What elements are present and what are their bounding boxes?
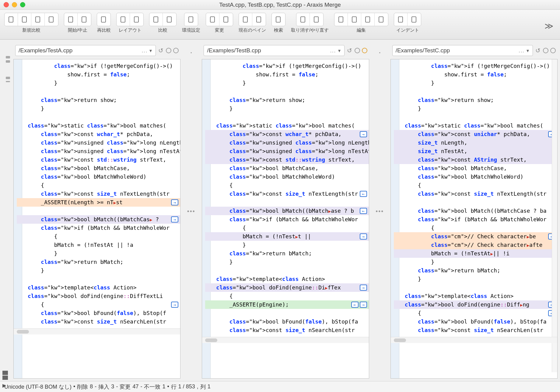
code-line[interactable]: class="kw">const size_t nTextLength(str [17, 190, 180, 198]
align-left-button[interactable] [334, 13, 348, 26]
merge-right-button[interactable]: → [171, 216, 178, 222]
minimize-window-button[interactable] [12, 2, 17, 7]
code-line[interactable]: class="kw">bool doFind(engine::Diff▶ng← [394, 300, 557, 309]
doc-layers-button[interactable] [45, 13, 58, 26]
code-line[interactable]: class="kw">const std::wstring strText, [205, 156, 369, 164]
zoom-window-button[interactable] [20, 2, 25, 7]
code-line[interactable]: class="kw">bool bMatchWholeWord) [394, 173, 557, 181]
file-path-a[interactable]: /Examples/TestA.cpp ... ▾ [15, 45, 156, 56]
merge-right-button[interactable]: → [171, 302, 178, 308]
code-line[interactable]: } [394, 104, 557, 113]
code-line[interactable]: class="kw">return bMatch; [394, 266, 557, 275]
code-line[interactable]: class="kw">const size_t nSearchLen(str [205, 326, 369, 334]
code-line[interactable]: class="kw">const wchar_t* pchData,→ [205, 130, 369, 138]
code-line[interactable]: class="kw">template<class Action> [17, 283, 180, 292]
align-center-button[interactable] [348, 13, 361, 26]
layout-h-button[interactable] [117, 13, 130, 26]
code-line[interactable]: { [17, 232, 180, 241]
prev-diff-button[interactable] [2, 371, 8, 375]
code-line[interactable] [394, 87, 557, 96]
code-line[interactable]: class="kw">return show; [394, 96, 557, 104]
code-line[interactable] [17, 275, 180, 283]
code-line[interactable]: { [205, 292, 369, 300]
code-line[interactable]: class="kw">bool bMatchCase, [17, 164, 180, 173]
code-line[interactable]: class="kw">bool bMatchWholeWord) [205, 173, 369, 181]
code-line[interactable]: {← [394, 309, 557, 317]
code-line[interactable]: class="kw">if (bMatch && bMatchWholeWor [394, 215, 557, 224]
align-block-button[interactable] [361, 13, 375, 26]
code-line[interactable]: class="kw">unsigned class="kw">long nTes… [17, 147, 180, 156]
editor-b[interactable]: class="kw">if (!getMergeConfig()->() sho… [202, 59, 369, 379]
code-line[interactable]: class="kw">const AString strText, [394, 156, 557, 164]
merge-right-button[interactable]: → [360, 131, 367, 137]
code-line[interactable]: class="kw">bool doFind(engine::Di▶fTex→ [205, 283, 369, 292]
code-line[interactable]: class="kw">unsigned class="kw">long nTes… [205, 147, 369, 156]
history-icon[interactable]: ↺ [347, 47, 352, 54]
code-line[interactable]: } [17, 79, 180, 87]
merge-left-button[interactable]: ← [360, 208, 367, 214]
merge-right-button[interactable]: → [360, 233, 367, 240]
path-menu-icon[interactable]: ... ▾ [142, 48, 153, 54]
code-line[interactable] [17, 207, 180, 215]
code-line[interactable]: class="kw">static class="kw">bool matche… [205, 121, 369, 130]
code-line[interactable]: class="kw">return bMatch; [17, 258, 180, 266]
editor-c[interactable]: class="kw">if (!getMergeConfig()->() sho… [390, 59, 558, 379]
code-line[interactable]: class="cm">// Check character▶afte [394, 241, 557, 249]
code-line[interactable]: } [205, 79, 369, 87]
code-line[interactable]: class="kw">unsigned class="kw">long nLen… [205, 138, 369, 147]
code-line[interactable] [17, 113, 180, 121]
code-line[interactable]: { [394, 181, 557, 190]
play-reload-button[interactable] [64, 13, 78, 26]
gear-dropdown-button[interactable] [184, 13, 198, 26]
code-line[interactable]: class="kw">template<class Action> [394, 292, 557, 300]
code-line[interactable] [17, 87, 180, 96]
code-line[interactable]: } [394, 258, 557, 266]
code-line[interactable]: class="kw">return show; [17, 96, 180, 104]
code-line[interactable]: } [205, 241, 369, 249]
code-line[interactable]: } [394, 79, 557, 87]
code-line[interactable]: class="kw">if (!getMergeConfig()->() [17, 62, 180, 70]
play-icon[interactable]: ▶ [2, 383, 6, 388]
code-line[interactable]: { [17, 181, 180, 190]
hscroll-thumb[interactable] [205, 338, 217, 342]
undo-button[interactable] [296, 13, 310, 26]
code-line[interactable] [205, 198, 369, 207]
path-menu-icon[interactable]: ... ▾ [330, 48, 341, 54]
code-line[interactable]: show.first = false; [394, 70, 557, 79]
code-line[interactable]: class="kw">if (!getMergeConfig()->() [394, 62, 557, 70]
layout-v-button[interactable] [130, 13, 143, 26]
doc-h-button[interactable] [18, 13, 31, 26]
code-line[interactable]: class="kw">if (bMatch && bMatchWholeWor [205, 215, 369, 224]
code-line[interactable] [205, 113, 369, 121]
code-line[interactable]: class="kw">return bMatch; [205, 249, 369, 258]
change-down-button[interactable] [219, 13, 233, 26]
code-line[interactable]: class="kw">if (bMatch && bMatchWholeWor [17, 224, 180, 232]
code-line[interactable]: bMatch = (!nTest▶t || → [205, 232, 369, 241]
hscroll-thumb[interactable] [394, 338, 406, 342]
change-up-button[interactable] [206, 13, 219, 26]
code-line[interactable]: } [17, 104, 180, 113]
outdent-button[interactable] [394, 13, 408, 26]
code-line[interactable]: } [205, 258, 369, 266]
code-line[interactable]: size_t nTestAt, [394, 147, 557, 156]
code-line[interactable] [394, 113, 557, 121]
code-line[interactable] [394, 283, 557, 292]
code-line[interactable]: class="kw">bool bFound(false), bStop(fa [394, 317, 557, 326]
doc-v-button[interactable] [31, 13, 45, 26]
code-line[interactable]: size_t nLength, [394, 138, 557, 147]
history-icon[interactable]: ↺ [158, 47, 163, 54]
code-line[interactable]: bMatch = (!nTestAt▶|| !i [394, 249, 557, 258]
code-line[interactable]: class="kw">const size_t nTextLength(str← [205, 190, 369, 198]
code-line[interactable]: class="kw">bool bFound(false), bStop(f [17, 309, 180, 317]
code-line[interactable]: class="kw">bool bFound(false), bStop(fa [205, 317, 369, 326]
file-path-b[interactable]: /Examples/TestB.cpp ... ▾ [204, 45, 344, 56]
code-line[interactable]: class="kw">template<class Action> [205, 275, 369, 283]
code-line[interactable]: class="kw">static class="kw">bool matche… [17, 121, 180, 130]
indent-button[interactable] [408, 13, 421, 26]
merge-right-button[interactable]: → [171, 199, 178, 205]
search-dropdown-button[interactable] [272, 13, 285, 26]
code-line[interactable]: class="kw">static class="kw">bool matche… [394, 121, 557, 130]
code-line[interactable]: } [394, 275, 557, 283]
code-line[interactable]: class="cm">// Check character▶be← [394, 232, 557, 241]
path-menu-icon[interactable]: ... ▾ [519, 48, 530, 54]
